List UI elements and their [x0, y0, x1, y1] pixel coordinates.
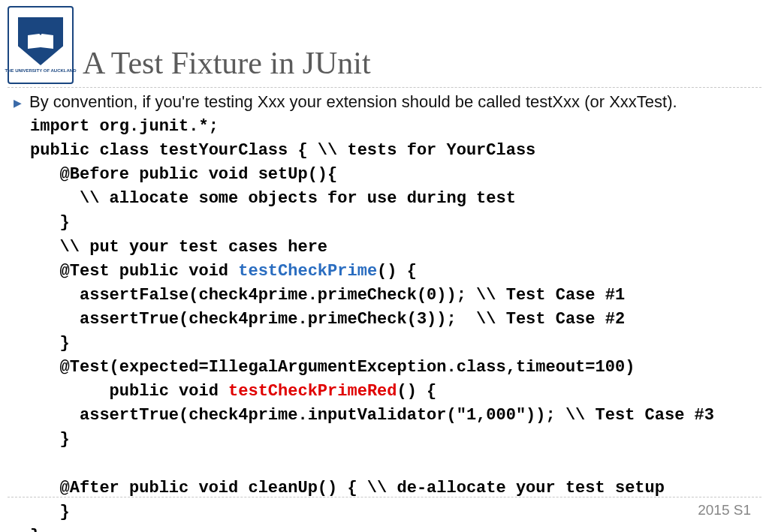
code-line: @Before public void setUp(){ — [30, 165, 337, 184]
code-line: } — [30, 213, 70, 232]
code-line: \\ put your test cases here — [30, 238, 327, 257]
logo-shield-icon — [18, 17, 63, 65]
university-logo: THE UNIVERSITY OF AUCKLAND — [8, 6, 74, 84]
footer-text: 2015 S1 — [698, 502, 751, 518]
code-line: () { — [377, 262, 417, 281]
footer-divider — [8, 497, 761, 497]
code-highlight-blue: testCheckPrime — [238, 262, 377, 281]
code-line: } — [30, 503, 70, 521]
slide-body: ▶ By convention, if you're testing Xxx y… — [0, 88, 769, 532]
code-line: \\ allocate some objects for use during … — [30, 189, 516, 208]
slide-header: THE UNIVERSITY OF AUCKLAND A Test Fixtur… — [0, 0, 769, 87]
logo-text: THE UNIVERSITY OF AUCKLAND — [5, 68, 77, 73]
logo-book-icon — [28, 34, 53, 49]
code-line: @Test(expected=IllegalArgumentException.… — [30, 358, 635, 377]
code-line: } — [30, 527, 40, 532]
code-line: public class testYourClass { \\ tests fo… — [30, 141, 535, 160]
code-line: assertTrue(check4prime.inputValidator("1… — [30, 406, 714, 425]
code-line: public void — [30, 382, 228, 401]
bullet-item: ▶ By convention, if you're testing Xxx y… — [14, 92, 755, 112]
slide-title: A Test Fixture in JUnit — [83, 45, 371, 84]
code-line: @After public void cleanUp() { \\ de-all… — [30, 479, 665, 497]
code-line: assertTrue(check4prime.primeCheck(3)); \… — [30, 310, 625, 329]
code-block: import org.junit.*; public class testYou… — [30, 115, 755, 532]
code-line: () { — [397, 382, 436, 401]
code-line: assertFalse(check4prime.primeCheck(0)); … — [30, 286, 625, 305]
code-highlight-red: testCheckPrimeRed — [228, 382, 397, 401]
code-line: } — [30, 430, 70, 449]
code-line: } — [30, 334, 70, 353]
bullet-arrow-icon: ▶ — [14, 97, 22, 109]
code-line: import org.junit.*; — [30, 117, 219, 136]
code-line: @Test public void — [30, 262, 238, 281]
bullet-text: By convention, if you're testing Xxx you… — [29, 92, 677, 112]
